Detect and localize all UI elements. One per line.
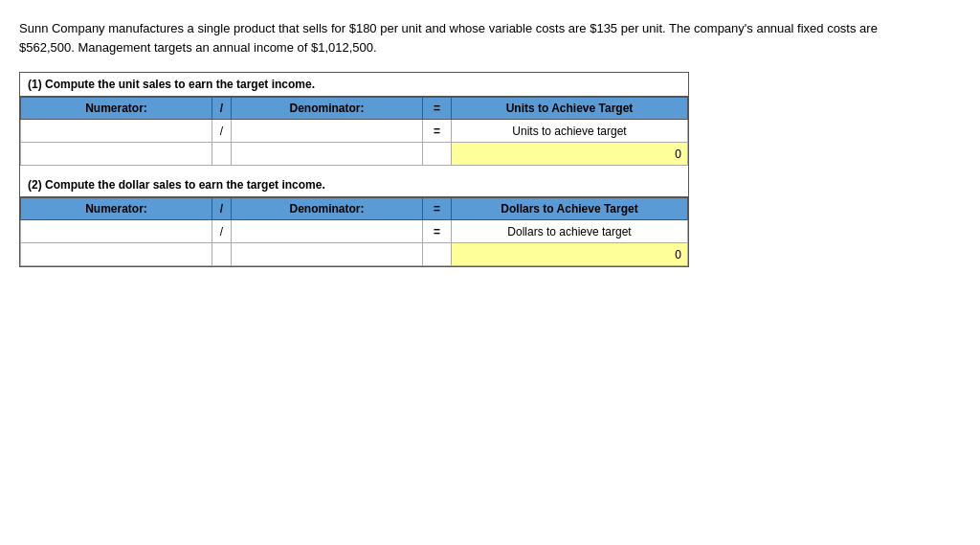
s2-numerator-input[interactable] <box>21 220 212 243</box>
s2-numerator-input2[interactable] <box>21 243 212 266</box>
s2-denominator-input2[interactable] <box>232 243 423 266</box>
s2-result-value: 0 <box>452 243 688 266</box>
s1-header-slash: / <box>212 98 232 120</box>
section1-table: Numerator: / Denominator: = Units to Ach… <box>20 97 688 166</box>
s1-slash-1: / <box>212 120 232 143</box>
s1-header-result: Units to Achieve Target <box>452 98 688 120</box>
s1-header-numerator: Numerator: <box>21 98 212 120</box>
s1-equals-2 <box>423 143 452 166</box>
s2-header-slash: / <box>212 198 232 220</box>
s1-header-denominator: Denominator: <box>232 98 423 120</box>
s1-equals-1: = <box>423 120 452 143</box>
s1-numerator-input2[interactable] <box>21 143 212 166</box>
main-table: (1) Compute the unit sales to earn the t… <box>19 72 689 267</box>
s2-header-denominator: Denominator: <box>232 198 423 220</box>
s2-equals-1: = <box>423 220 452 243</box>
s2-result-label: Dollars to achieve target <box>452 220 688 243</box>
s2-slash-2 <box>212 243 232 266</box>
s1-result-value: 0 <box>452 143 688 166</box>
section1-header: (1) Compute the unit sales to earn the t… <box>28 78 315 91</box>
s2-denominator-input[interactable] <box>232 220 423 243</box>
intro-text: Sunn Company manufactures a single produ… <box>19 19 880 57</box>
s2-slash-1: / <box>212 220 232 243</box>
s1-header-equals: = <box>423 98 452 120</box>
s1-slash-2 <box>212 143 232 166</box>
s2-header-numerator: Numerator: <box>21 198 212 220</box>
s1-numerator-input[interactable] <box>21 120 212 143</box>
s2-equals-2 <box>423 243 452 266</box>
s2-header-equals: = <box>423 198 452 220</box>
section2-header: (2) Compute the dollar sales to earn the… <box>28 178 325 192</box>
s1-denominator-input[interactable] <box>232 120 423 143</box>
s1-denominator-input2[interactable] <box>232 143 423 166</box>
s1-result-label: Units to achieve target <box>452 120 688 143</box>
section2-table: Numerator: / Denominator: = Dollars to A… <box>20 197 688 266</box>
s2-header-result: Dollars to Achieve Target <box>452 198 688 220</box>
